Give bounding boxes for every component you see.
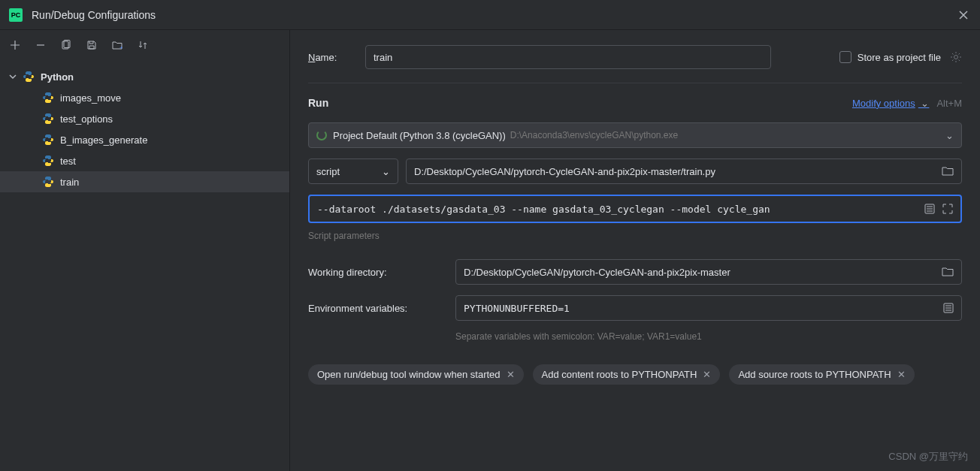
main: + Python images_move test_options B_imag… xyxy=(0,30,980,471)
store-project-row: Store as project file xyxy=(839,51,962,63)
modify-shortcut: Alt+M xyxy=(936,98,962,109)
toolbar: + xyxy=(0,30,289,60)
script-params-input[interactable]: --dataroot ./datasets/gasdata_03 --name … xyxy=(308,195,962,223)
chip-open-tool-window[interactable]: Open run/debug tool window when started✕ xyxy=(308,364,524,385)
sort-icon[interactable] xyxy=(135,38,150,53)
interpreter-label: Project Default (Python 3.8 (cycleGAN)) xyxy=(333,130,506,141)
pycharm-icon: PC xyxy=(9,8,23,22)
python-icon xyxy=(42,176,54,188)
watermark: CSDN @万里守约 xyxy=(888,450,968,463)
name-input[interactable] xyxy=(365,45,771,69)
working-dir-input[interactable]: D:/Desktop/CycleGAN/pytorch-CycleGAN-and… xyxy=(455,259,962,285)
titlebar: PC Run/Debug Configurations xyxy=(0,0,980,30)
python-icon xyxy=(42,155,54,167)
close-icon[interactable]: ✕ xyxy=(507,369,515,380)
interpreter-path: D:\Anaconda3\envs\cycleGAN\python.exe xyxy=(510,130,678,140)
copy-icon[interactable] xyxy=(59,38,74,53)
chip-source-roots[interactable]: Add source roots to PYTHONPATH✕ xyxy=(729,364,914,385)
params-hint: Script parameters xyxy=(308,231,962,241)
python-icon xyxy=(42,134,54,146)
env-vars-label: Environment variables: xyxy=(308,303,443,314)
list-icon[interactable] xyxy=(943,303,954,313)
folder-icon[interactable] xyxy=(942,166,954,177)
expand-icon[interactable] xyxy=(942,204,953,214)
folder-icon[interactable] xyxy=(942,267,954,277)
python-icon xyxy=(42,113,54,125)
gear-icon[interactable] xyxy=(950,51,962,63)
env-vars-row: Environment variables: PYTHONUNBUFFERED=… xyxy=(308,295,962,321)
chevron-down-icon: ⌄ xyxy=(945,130,954,141)
name-row: Name: Store as project file xyxy=(308,45,962,69)
working-dir-label: Working directory: xyxy=(308,267,443,278)
tree-root-label: Python xyxy=(41,71,74,83)
name-label: Name: xyxy=(308,52,353,63)
config-tree: Python images_move test_options B_images… xyxy=(0,60,289,198)
svg-text:+: + xyxy=(119,44,122,50)
close-icon[interactable]: ✕ xyxy=(897,369,906,380)
svg-point-3 xyxy=(954,56,958,59)
script-path-input[interactable]: D:/Desktop/CycleGAN/pytorch-CycleGAN-and… xyxy=(406,159,962,184)
window-title: Run/Debug Configurations xyxy=(32,9,156,21)
tree-item[interactable]: test_options xyxy=(0,108,289,129)
option-chips: Open run/debug tool window when started✕… xyxy=(308,364,962,385)
python-icon xyxy=(23,71,35,83)
script-type-select[interactable]: script ⌄ xyxy=(308,159,398,184)
tree-item[interactable]: B_images_generate xyxy=(0,129,289,150)
folder-icon[interactable]: + xyxy=(110,38,125,53)
add-icon[interactable] xyxy=(8,38,23,53)
spinner-icon xyxy=(316,130,327,140)
tree-item[interactable]: images_move xyxy=(0,87,289,108)
interpreter-select[interactable]: Project Default (Python 3.8 (cycleGAN)) … xyxy=(308,122,962,148)
save-icon[interactable] xyxy=(84,38,99,53)
run-header: Run Modify options ⌄ Alt+M xyxy=(308,97,962,109)
content: Name: Store as project file Run Modify o… xyxy=(290,30,980,471)
divider xyxy=(308,83,962,83)
modify-options-link[interactable]: Modify options ⌄ xyxy=(852,98,929,109)
chip-content-roots[interactable]: Add content roots to PYTHONPATH✕ xyxy=(533,364,721,385)
tree-item[interactable]: test xyxy=(0,150,289,171)
chevron-down-icon: ⌄ xyxy=(382,166,390,177)
tree-item-selected[interactable]: train xyxy=(0,171,289,192)
env-vars-input[interactable]: PYTHONUNBUFFERED=1 xyxy=(455,295,962,321)
chevron-down-icon xyxy=(8,71,18,82)
store-project-checkbox[interactable] xyxy=(839,51,851,63)
store-project-label: Store as project file xyxy=(858,52,941,63)
working-dir-row: Working directory: D:/Desktop/CycleGAN/p… xyxy=(308,259,962,285)
list-icon[interactable] xyxy=(924,204,935,214)
script-row: script ⌄ D:/Desktop/CycleGAN/pytorch-Cyc… xyxy=(308,159,962,184)
close-icon[interactable] xyxy=(956,8,971,23)
tree-root-python[interactable]: Python xyxy=(0,66,289,87)
run-section-title: Run xyxy=(308,97,328,109)
sidebar: + Python images_move test_options B_imag… xyxy=(0,30,290,471)
env-vars-hint: Separate variables with semicolon: VAR=v… xyxy=(455,331,962,342)
remove-icon[interactable] xyxy=(33,38,48,53)
close-icon[interactable]: ✕ xyxy=(703,369,711,380)
python-icon xyxy=(42,92,54,104)
